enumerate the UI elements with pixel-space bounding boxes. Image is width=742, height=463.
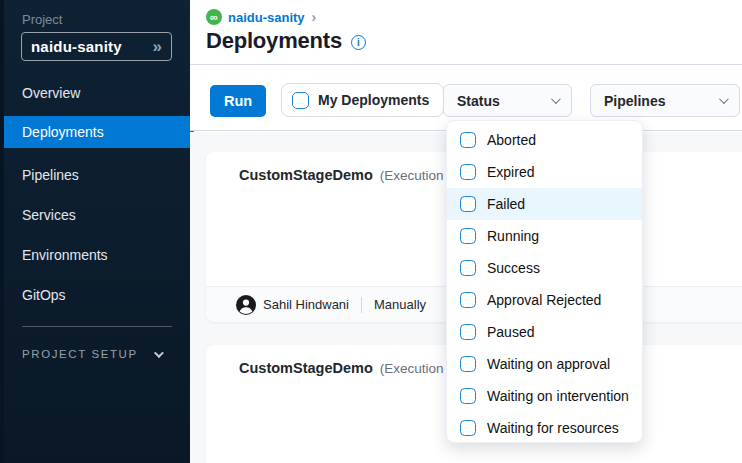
project-setup-label: PROJECT SETUP bbox=[22, 348, 138, 360]
checkbox[interactable] bbox=[460, 324, 476, 340]
sidebar-item-label: Overview bbox=[22, 85, 80, 101]
menu-item-label: Approval Rejected bbox=[487, 292, 601, 308]
chevron-down-icon bbox=[154, 348, 164, 358]
breadcrumb: ∞ naidu-sanity › bbox=[206, 9, 316, 25]
sidebar-item-environments[interactable]: Environments bbox=[4, 239, 194, 271]
menu-item-label: Failed bbox=[487, 196, 525, 212]
menu-item-label: Expired bbox=[487, 164, 534, 180]
page-title-row: Deployments i bbox=[206, 28, 366, 54]
sidebar-item-deployments[interactable]: Deployments bbox=[4, 116, 194, 148]
status-filter-label: Status bbox=[457, 93, 500, 109]
page-header: ∞ naidu-sanity › Deployments i bbox=[190, 0, 742, 65]
project-name: naidu-sanity bbox=[31, 38, 153, 55]
breadcrumb-chevron-icon: › bbox=[312, 9, 317, 25]
my-deployments-toggle[interactable]: My Deployments bbox=[281, 83, 444, 117]
chevron-down-icon bbox=[719, 94, 729, 104]
my-deployments-label: My Deployments bbox=[318, 92, 429, 108]
project-label: Project bbox=[22, 12, 62, 27]
menu-item-label: Success bbox=[487, 260, 540, 276]
menu-item-label: Aborted bbox=[487, 132, 536, 148]
pipeline-name: CustomStageDemo bbox=[239, 360, 373, 376]
checkbox[interactable] bbox=[460, 388, 476, 404]
sidebar-item-label: Deployments bbox=[22, 124, 104, 140]
checkbox[interactable] bbox=[460, 132, 476, 148]
sidebar-item-services[interactable]: Services bbox=[4, 199, 194, 231]
menu-item-expired[interactable]: Expired bbox=[447, 156, 642, 188]
checkbox[interactable] bbox=[460, 164, 476, 180]
page-title: Deployments bbox=[206, 28, 342, 54]
sidebar-divider bbox=[22, 326, 172, 327]
project-setup-toggle[interactable]: PROJECT SETUP bbox=[22, 348, 161, 360]
pipelines-filter-dropdown[interactable]: Pipelines bbox=[590, 84, 740, 117]
menu-item-label: Waiting for resources bbox=[487, 420, 619, 436]
sidebar-item-label: Services bbox=[22, 207, 76, 223]
run-button[interactable]: Run bbox=[210, 85, 266, 117]
menu-item-aborted[interactable]: Aborted bbox=[447, 124, 642, 156]
menu-item-label: Paused bbox=[487, 324, 534, 340]
main-area: ∞ naidu-sanity › Deployments i Run My De… bbox=[190, 0, 742, 463]
info-icon[interactable]: i bbox=[351, 35, 366, 50]
sidebar-item-label: Pipelines bbox=[22, 167, 79, 183]
sidebar: Project naidu-sanity » Overview Deployme… bbox=[0, 0, 190, 463]
app-window: Project naidu-sanity » Overview Deployme… bbox=[0, 0, 742, 463]
status-filter-dropdown[interactable]: Status bbox=[443, 84, 572, 117]
pipeline-name: CustomStageDemo bbox=[239, 167, 373, 183]
breadcrumb-project-link[interactable]: naidu-sanity bbox=[228, 10, 305, 25]
checkbox[interactable] bbox=[460, 292, 476, 308]
sidebar-item-gitops[interactable]: GitOps bbox=[4, 279, 194, 311]
menu-item-running[interactable]: Running bbox=[447, 220, 642, 252]
menu-item-success[interactable]: Success bbox=[447, 252, 642, 284]
chevron-down-icon bbox=[551, 94, 561, 104]
footer-divider bbox=[361, 297, 362, 313]
menu-item-waiting-on-intervention[interactable]: Waiting on intervention bbox=[447, 380, 642, 412]
deployment-title-row: CustomStageDemo (Execution Id bbox=[239, 360, 459, 376]
project-expand-icon[interactable]: » bbox=[153, 38, 162, 55]
checkbox[interactable] bbox=[460, 356, 476, 372]
checkbox[interactable] bbox=[460, 260, 476, 276]
checkbox[interactable] bbox=[460, 420, 476, 436]
user-avatar-icon bbox=[236, 295, 256, 315]
menu-item-label: Waiting on intervention bbox=[487, 388, 629, 404]
sidebar-item-label: GitOps bbox=[22, 287, 66, 303]
sidebar-item-overview[interactable]: Overview bbox=[4, 77, 194, 109]
sidebar-item-pipelines[interactable]: Pipelines bbox=[4, 159, 194, 191]
cd-module-icon: ∞ bbox=[206, 9, 222, 25]
pipelines-filter-label: Pipelines bbox=[604, 93, 665, 109]
menu-item-approval-rejected[interactable]: Approval Rejected bbox=[447, 284, 642, 316]
triggered-by-user: Sahil Hindwani bbox=[263, 297, 349, 312]
checkbox[interactable] bbox=[460, 196, 476, 212]
menu-item-paused[interactable]: Paused bbox=[447, 316, 642, 348]
menu-item-waiting-on-approval[interactable]: Waiting on approval bbox=[447, 348, 642, 380]
menu-item-label: Waiting on approval bbox=[487, 356, 610, 372]
menu-item-label: Running bbox=[487, 228, 539, 244]
project-selector[interactable]: naidu-sanity » bbox=[21, 32, 172, 61]
status-filter-menu: Aborted Expired Failed Running Success A… bbox=[446, 120, 643, 443]
sidebar-item-label: Environments bbox=[22, 247, 108, 263]
menu-item-failed[interactable]: Failed bbox=[447, 188, 642, 220]
deployment-title-row: CustomStageDemo (Execution Id bbox=[239, 167, 459, 183]
menu-item-waiting-for-resources[interactable]: Waiting for resources bbox=[447, 412, 642, 444]
trigger-type: Manually bbox=[374, 297, 426, 312]
checkbox[interactable] bbox=[460, 228, 476, 244]
my-deployments-checkbox[interactable] bbox=[292, 92, 309, 109]
